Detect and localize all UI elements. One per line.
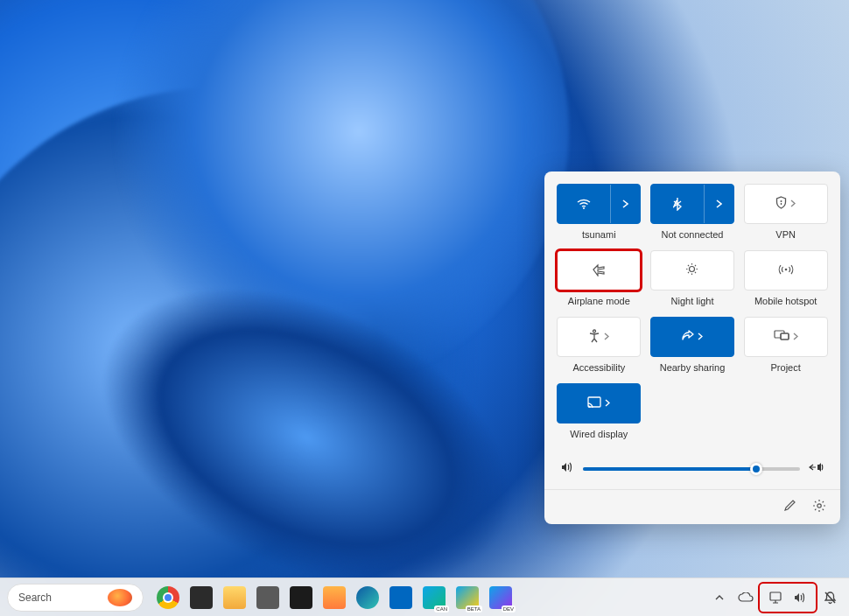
taskbar-app-taskview[interactable] <box>186 582 217 613</box>
quick-settings-panel: tsunamiNot connectedVPNAirplane modeNigh… <box>544 172 840 524</box>
chevron-right-icon <box>605 399 610 409</box>
taskbar-apps: CANBETADEV <box>152 582 516 613</box>
share-icon <box>681 330 694 345</box>
bluetooth-icon <box>651 185 704 223</box>
output-device-button[interactable] <box>809 461 824 476</box>
taskbar-app-edge[interactable] <box>352 582 383 613</box>
quick-settings-grid: tsunamiNot connectedVPNAirplane modeNigh… <box>557 184 828 441</box>
svg-point-4 <box>593 330 596 332</box>
network-icon[interactable] <box>763 584 788 612</box>
search-highlight-icon <box>108 589 132 606</box>
taskview-icon <box>190 586 213 609</box>
tile-label: Wired display <box>570 429 628 441</box>
svg-rect-11 <box>770 592 781 600</box>
chevron-right-icon <box>604 332 609 342</box>
tile-bluetooth: Not connected <box>650 184 735 242</box>
tile-brightness: Night light <box>650 250 735 308</box>
chrome-icon <box>157 586 179 609</box>
project-icon <box>774 330 789 344</box>
tile-label: Accessibility <box>572 362 625 374</box>
cast-icon <box>587 396 601 410</box>
tile-label: Nearby sharing <box>660 362 726 374</box>
edge-icon <box>356 586 379 609</box>
volume-slider[interactable] <box>583 467 800 471</box>
taskbar-app-settings[interactable] <box>252 582 284 613</box>
terminal-icon <box>290 586 312 609</box>
tile-label: Airplane mode <box>568 296 630 308</box>
explorer-icon <box>223 586 246 609</box>
quick-settings-footer <box>544 489 840 524</box>
tile-label: Not connected <box>662 229 724 242</box>
network-volume-tray[interactable] <box>760 584 816 612</box>
svg-rect-6 <box>781 333 789 340</box>
store-icon <box>389 586 412 609</box>
tile-project: Project <box>743 317 828 374</box>
paint-icon <box>323 586 346 609</box>
tile-cast: Wired display <box>557 383 642 441</box>
settings-button[interactable] <box>812 499 826 515</box>
settings-icon <box>256 586 279 609</box>
tile-accessibility: Accessibility <box>557 317 642 374</box>
taskbar-app-paint[interactable] <box>319 582 350 613</box>
volume-icon[interactable] <box>788 584 812 612</box>
tile-label: VPN <box>775 229 796 242</box>
chevron-right-icon <box>793 332 798 342</box>
airplane-toggle[interactable] <box>557 250 641 290</box>
edit-button[interactable] <box>783 499 796 515</box>
tile-share: Nearby sharing <box>650 317 735 374</box>
brightness-toggle[interactable] <box>650 250 734 290</box>
hotspot-icon <box>778 263 794 278</box>
shield-toggle[interactable] <box>744 184 828 224</box>
svg-point-1 <box>781 200 782 202</box>
tile-label: Night light <box>671 296 714 308</box>
taskbar-app-edge-dev[interactable]: DEV <box>485 582 516 613</box>
chevron-right-icon[interactable] <box>610 185 640 223</box>
airplane-icon <box>592 262 606 279</box>
taskbar-app-chrome[interactable] <box>152 582 184 613</box>
search-placeholder: Search <box>18 592 52 604</box>
speaker-icon <box>560 460 574 477</box>
volume-row <box>557 460 828 477</box>
wifi-toggle[interactable] <box>557 184 641 224</box>
accessibility-icon <box>588 329 600 346</box>
svg-point-0 <box>583 207 585 209</box>
tile-label: Mobile hotspot <box>754 296 817 308</box>
svg-point-2 <box>690 267 695 272</box>
search-box[interactable]: Search <box>7 584 144 612</box>
taskbar-app-store[interactable] <box>385 582 417 613</box>
project-toggle[interactable] <box>744 317 828 357</box>
tile-wifi: tsunami <box>557 184 642 242</box>
hotspot-toggle[interactable] <box>744 250 828 290</box>
svg-point-3 <box>784 268 787 270</box>
taskbar-app-edge-can[interactable]: CAN <box>418 582 450 613</box>
svg-rect-8 <box>588 397 600 407</box>
system-tray <box>707 584 842 612</box>
svg-point-9 <box>589 406 591 408</box>
tile-airplane: Airplane mode <box>557 250 642 308</box>
chevron-right-icon <box>698 332 703 342</box>
taskbar-app-explorer[interactable] <box>219 582 250 613</box>
share-toggle[interactable] <box>650 317 734 357</box>
taskbar-app-edge-beta[interactable]: BETA <box>452 582 483 613</box>
svg-point-10 <box>817 504 821 508</box>
chevron-right-icon <box>790 200 796 209</box>
chevron-right-icon[interactable] <box>704 185 733 223</box>
wifi-icon <box>558 185 610 223</box>
tile-hotspot: Mobile hotspot <box>743 250 828 308</box>
notifications-icon[interactable] <box>817 584 842 612</box>
onedrive-icon[interactable] <box>733 584 758 612</box>
shield-icon <box>775 196 787 212</box>
tile-shield: VPN <box>743 184 828 242</box>
bluetooth-toggle[interactable] <box>650 184 734 224</box>
brightness-icon <box>685 262 698 278</box>
accessibility-toggle[interactable] <box>557 317 641 357</box>
tile-label: Project <box>771 362 801 374</box>
cast-toggle[interactable] <box>557 383 641 424</box>
taskbar: Search CANBETADEV <box>0 578 849 616</box>
tray-overflow-button[interactable] <box>707 584 732 612</box>
taskbar-app-terminal[interactable] <box>285 582 317 613</box>
tile-label: tsunami <box>582 229 616 242</box>
